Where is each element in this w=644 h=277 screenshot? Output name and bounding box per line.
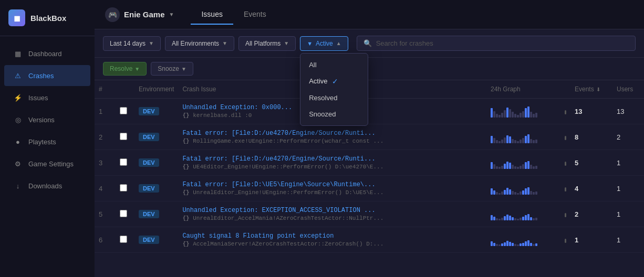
- graph-bar: [509, 163, 511, 169]
- graph-bar: [527, 240, 529, 246]
- row-crash-issue[interactable]: Fatal error: [File:D:/ue4270/Engine/Sour…: [178, 150, 486, 176]
- sidebar-item-crashes[interactable]: ⚠ Crashes: [4, 65, 90, 86]
- col-header-num: #: [95, 80, 116, 99]
- row-crash-issue[interactable]: Caught signal 8 Floating point exception…: [178, 227, 486, 253]
- dropdown-resolved-label: Resolved: [309, 94, 337, 102]
- graph-bar: [509, 216, 511, 220]
- resolve-button[interactable]: Resolve ▼: [103, 62, 147, 76]
- graph-bar: [498, 193, 501, 195]
- logo-icon: ◼: [8, 9, 25, 26]
- topbar: 🎮 Enie Game ▼ Issues Events: [95, 0, 644, 29]
- sidebar-item-game-settings[interactable]: ⚙ Game Settings: [4, 153, 90, 174]
- platform-chevron-icon: ▼: [284, 40, 289, 46]
- graph-bar: [514, 218, 516, 220]
- row-checkbox[interactable]: [120, 158, 127, 166]
- dropdown-item-all[interactable]: All: [300, 57, 368, 73]
- row-checkbox[interactable]: [120, 184, 127, 191]
- environment-filter[interactable]: All Environments ▼: [165, 36, 234, 51]
- graph-bar: [530, 243, 532, 246]
- crash-title[interactable]: Unhandled Exception: EXCEPTION_ACCESS_VI…: [182, 207, 482, 214]
- row-checkbox-cell: [116, 227, 134, 253]
- downloads-icon: ↓: [13, 180, 23, 191]
- graph-bar: [514, 192, 516, 195]
- users-count: 1: [617, 185, 620, 193]
- search-box[interactable]: 🔍 Search for crashes: [357, 36, 636, 51]
- graph-bar: [512, 112, 514, 118]
- status-chevron-icon: ▲: [336, 40, 341, 46]
- row-checkbox-cell: [116, 99, 134, 124]
- row-crash-issue[interactable]: Fatal error: [File:D:\UE5\Engine\Source\…: [178, 176, 486, 201]
- versions-label: Versions: [28, 116, 55, 124]
- graph-bar-container: [491, 156, 566, 169]
- row-crash-issue[interactable]: Fatal error: [File:D:/ue4270/Engine/Sour…: [178, 124, 486, 150]
- tab-issues[interactable]: Issues: [191, 5, 233, 25]
- dropdown-item-resolved[interactable]: Resolved: [300, 90, 368, 106]
- graph-bar: [514, 244, 516, 246]
- snooze-label: Snooze: [158, 65, 179, 72]
- snooze-button[interactable]: Snooze ▼: [151, 62, 193, 76]
- row-checkbox-cell: [116, 201, 134, 227]
- graph-bar: [493, 217, 495, 220]
- sidebar-item-issues[interactable]: ⚡ Issues: [4, 87, 90, 108]
- graph-bar: [506, 162, 508, 169]
- status-filter-container: ▼ Active ▲ All Active ✓ Resolved: [300, 36, 348, 51]
- graph-bar: [504, 242, 506, 246]
- graph-bar: [509, 189, 511, 195]
- graph-bar: [522, 243, 524, 246]
- scrollbar: [564, 105, 566, 118]
- env-chevron-icon: ▼: [222, 40, 227, 46]
- crash-subtitle: {} UE4Editor_Engine!UEngine::PerformErro…: [182, 164, 482, 170]
- graph-bar: [491, 241, 493, 246]
- status-dropdown: All Active ✓ Resolved Snoozed: [300, 53, 368, 126]
- row-env: DEV: [134, 176, 178, 201]
- row-checkbox[interactable]: [120, 236, 127, 243]
- row-crash-issue[interactable]: Unhandled Exception: EXCEPTION_ACCESS_VI…: [178, 201, 486, 227]
- graph-bar: [533, 192, 535, 195]
- sidebar-item-versions[interactable]: ◎ Versions: [4, 109, 90, 130]
- time-chevron-icon: ▼: [149, 40, 154, 46]
- table-row: 1 DEV Unhandled Exception: 0x000... {} k…: [95, 99, 644, 124]
- row-checkbox[interactable]: [120, 107, 127, 114]
- env-badge: DEV: [139, 210, 159, 218]
- graph-bar: [520, 140, 522, 143]
- graph-bar: [535, 243, 537, 246]
- graph-bar-container: [491, 233, 566, 246]
- graph-bar: [491, 162, 493, 169]
- sidebar-item-downloads[interactable]: ↓ Downloads: [4, 175, 90, 196]
- env-badge: DEV: [139, 133, 159, 141]
- brace-icon: {}: [182, 164, 193, 170]
- row-num: 4: [95, 176, 116, 201]
- time-filter[interactable]: Last 14 days ▼: [103, 36, 161, 51]
- crash-title[interactable]: Fatal error: [File:D:/ue4270/Engine/Sour…: [182, 130, 482, 137]
- status-filter[interactable]: ▼ Active ▲: [300, 36, 348, 51]
- tab-events[interactable]: Events: [233, 5, 277, 25]
- table-row: 2 DEV Fatal error: [File:D:/ue4270/Engin…: [95, 124, 644, 150]
- events-sort-icon[interactable]: ⬇: [596, 87, 600, 92]
- graph-bar: [498, 167, 501, 169]
- row-events: 13: [570, 99, 612, 124]
- crash-title[interactable]: Caught signal 8 Floating point exception: [182, 232, 482, 240]
- crash-title[interactable]: Fatal error: [File:D:\UE5\Engine\Source\…: [182, 181, 482, 188]
- graph-bar: [525, 162, 527, 169]
- row-num: 3: [95, 150, 116, 176]
- scrollbar: [564, 208, 566, 220]
- row-graph: [486, 201, 570, 227]
- graph-bar: [533, 218, 535, 220]
- graph-bar: [535, 191, 537, 195]
- game-settings-icon: ⚙: [13, 158, 23, 169]
- row-checkbox[interactable]: [120, 133, 127, 140]
- dropdown-item-active[interactable]: Active ✓: [300, 73, 368, 90]
- sidebar-item-playtests[interactable]: ● Playtests: [4, 131, 90, 152]
- game-selector[interactable]: 🎮 Enie Game ▼: [105, 7, 174, 22]
- row-num: 6: [95, 227, 116, 253]
- crash-title[interactable]: Fatal error: [File:D:/ue4270/Engine/Sour…: [182, 155, 482, 163]
- dropdown-item-snoozed[interactable]: Snoozed: [300, 106, 368, 122]
- graph-bar: [498, 115, 501, 118]
- row-events: 4: [570, 176, 612, 201]
- graph-bar: [530, 217, 532, 220]
- graph-bar: [491, 215, 493, 220]
- platform-filter[interactable]: All Platforms ▼: [238, 36, 296, 51]
- row-checkbox[interactable]: [120, 210, 127, 217]
- graph-bar: [493, 111, 495, 118]
- sidebar-item-dashboard[interactable]: ▦ Dashboard: [4, 43, 90, 64]
